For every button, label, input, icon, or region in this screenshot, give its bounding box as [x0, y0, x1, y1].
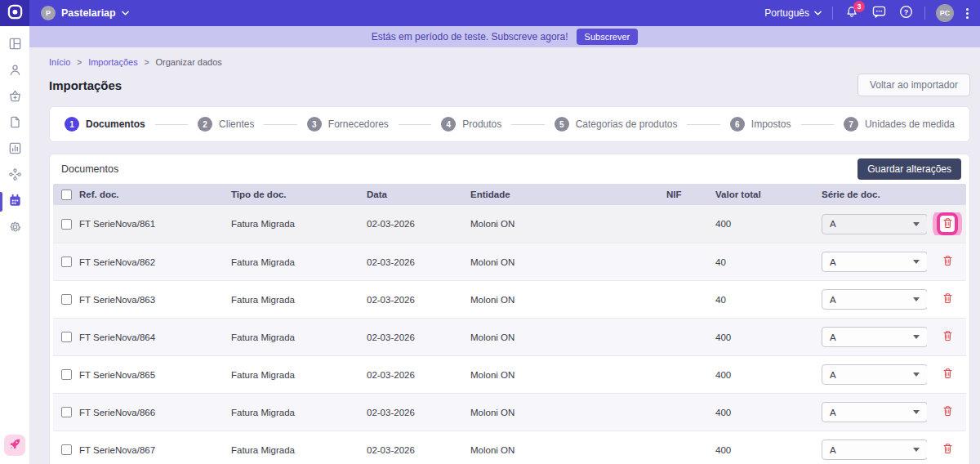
cell-entidade: Moloni ON	[469, 408, 665, 417]
notifications-button[interactable]: 3	[844, 5, 860, 21]
step-label: Unidades de medida	[865, 118, 955, 130]
sidebar-item-integrations[interactable]	[0, 168, 29, 183]
language-selector[interactable]: Português	[764, 7, 822, 19]
notification-badge: 3	[853, 1, 865, 12]
cell-ref-doc: FT SerieNova/862	[78, 257, 229, 267]
company-selector[interactable]: P Pastelariap	[41, 6, 129, 20]
row-checkbox[interactable]	[61, 369, 72, 380]
breadcrumb-home[interactable]: Início	[49, 57, 70, 67]
serie-doc-select[interactable]: A	[822, 439, 927, 460]
step-connector	[399, 124, 431, 125]
stepper-step-6[interactable]: 6 Impostos	[730, 117, 791, 132]
step-number: 3	[307, 117, 322, 132]
serie-doc-value: A	[830, 408, 836, 417]
cell-valor-total: 400	[714, 408, 820, 417]
trial-banner: Estás em período de teste. Subscreve ago…	[29, 26, 980, 47]
sidebar-item-reports[interactable]	[0, 142, 29, 157]
breadcrumb-imports[interactable]: Importações	[88, 57, 138, 67]
row-checkbox[interactable]	[61, 257, 72, 267]
delete-row-button[interactable]	[937, 364, 958, 386]
step-connector	[687, 124, 719, 125]
divider	[924, 7, 925, 20]
cell-entidade: Moloni ON	[469, 295, 665, 305]
sidebar-item-store[interactable]	[0, 90, 29, 105]
dashboard-icon	[8, 37, 22, 53]
row-checkbox[interactable]	[61, 444, 72, 455]
serie-doc-select[interactable]: A	[822, 402, 927, 422]
cell-tipo-doc: Fatura Migrada	[229, 332, 365, 342]
select-all-checkbox[interactable]	[61, 190, 72, 200]
messages-button[interactable]	[871, 5, 887, 21]
sidebar-item-dashboard[interactable]	[0, 38, 29, 52]
delete-row-button[interactable]	[937, 212, 958, 235]
serie-doc-select[interactable]: A	[822, 289, 927, 310]
topbar: P Pastelariap Português 3 ?	[0, 0, 980, 26]
cell-data: 02-03-2026	[365, 445, 469, 455]
delete-row-button[interactable]	[937, 289, 958, 310]
breadcrumb-separator: >	[77, 58, 82, 67]
subscribe-button[interactable]: Subscrever	[577, 29, 639, 45]
step-label: Documentos	[86, 118, 145, 130]
cell-tipo-doc: Fatura Migrada	[229, 408, 365, 417]
stepper-step-2[interactable]: 2 Clientes	[198, 117, 254, 132]
stepper-step-4[interactable]: 4 Produtos	[441, 117, 501, 132]
row-checkbox[interactable]	[61, 294, 72, 305]
table-row: FT SerieNova/863 Fatura Migrada 02-03-20…	[53, 280, 966, 318]
sidebar-item-documents[interactable]	[0, 116, 29, 131]
cell-tipo-doc: Fatura Migrada	[229, 445, 365, 455]
page-title: Importações	[49, 78, 122, 92]
chat-icon	[872, 6, 886, 20]
step-number: 5	[555, 117, 569, 132]
col-header-tipo: Tipo de doc.	[229, 190, 365, 199]
chevron-down-icon	[913, 373, 920, 377]
app-logo[interactable]	[0, 0, 29, 26]
main-content: Início > Importações > Organizar dados I…	[29, 47, 980, 464]
step-label: Produtos	[462, 118, 501, 130]
chevron-down-icon	[814, 11, 822, 16]
delete-row-button[interactable]	[937, 402, 958, 423]
calendar-icon	[8, 194, 22, 210]
delete-row-button[interactable]	[937, 252, 958, 273]
serie-doc-select[interactable]: A	[822, 364, 927, 385]
stepper-step-5[interactable]: 5 Categorias de produtos	[555, 117, 678, 132]
cell-data: 02-03-2026	[365, 295, 469, 305]
serie-doc-select[interactable]: A	[822, 327, 927, 347]
chevron-down-icon	[913, 222, 920, 226]
chevron-down-icon	[913, 335, 920, 339]
cell-valor-total: 400	[714, 332, 820, 342]
row-checkbox[interactable]	[61, 219, 72, 230]
back-to-importer-button[interactable]: Voltar ao importador	[858, 74, 970, 96]
kebab-menu-icon[interactable]	[964, 7, 970, 20]
import-stepper: 1 Documentos 2 Clientes 3 Fornecedores 4…	[49, 106, 970, 142]
serie-doc-select[interactable]: A	[822, 214, 927, 234]
trash-icon	[942, 330, 953, 344]
stepper-step-1[interactable]: 1 Documentos	[65, 117, 145, 132]
row-checkbox[interactable]	[61, 332, 72, 342]
cell-ref-doc: FT SerieNova/865	[78, 370, 229, 380]
delete-row-button[interactable]	[937, 439, 958, 461]
help-button[interactable]: ?	[898, 5, 914, 21]
person-icon	[8, 63, 22, 79]
stepper-step-7[interactable]: 7 Unidades de medida	[844, 117, 955, 132]
row-checkbox[interactable]	[61, 407, 72, 417]
save-changes-button[interactable]: Guardar alterações	[858, 158, 961, 180]
cell-tipo-doc: Fatura Migrada	[229, 219, 365, 229]
sidebar-item-settings[interactable]	[0, 221, 29, 235]
cell-ref-doc: FT SerieNova/866	[78, 408, 229, 417]
cell-data: 02-03-2026	[365, 408, 469, 417]
chevron-down-icon	[913, 260, 920, 264]
serie-doc-select[interactable]: A	[822, 252, 927, 272]
serie-doc-value: A	[830, 219, 836, 229]
delete-row-button[interactable]	[937, 327, 958, 348]
documents-table: Ref. doc. Tipo de doc. Data Entidade NIF…	[53, 184, 966, 464]
onboarding-launcher[interactable]	[4, 435, 25, 456]
cell-data: 02-03-2026	[365, 257, 469, 267]
company-avatar: P	[41, 6, 56, 20]
sidebar-item-calendar[interactable]	[0, 194, 29, 209]
sidebar-item-contacts[interactable]	[0, 64, 29, 78]
user-avatar[interactable]: PC	[936, 4, 954, 22]
divider	[832, 7, 833, 20]
chevron-down-icon	[913, 410, 920, 414]
col-header-ref: Ref. doc.	[78, 190, 229, 199]
stepper-step-3[interactable]: 3 Fornecedores	[307, 117, 389, 132]
